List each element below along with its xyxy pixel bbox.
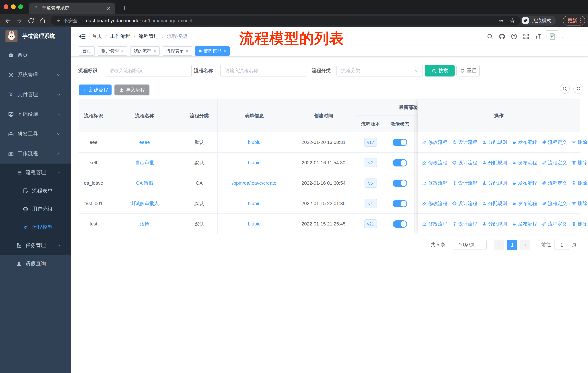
form-info-link[interactable]: /bpm/oa/leave/create: [218, 173, 291, 193]
process-name-link-text[interactable]: 测试多审批人: [130, 200, 159, 207]
prev-page-button[interactable]: [494, 240, 504, 250]
tags-view-tab[interactable]: 流程表单×: [163, 46, 192, 56]
process-name-link[interactable]: 自己审批: [108, 153, 181, 173]
operation-link[interactable]: 设计流程: [452, 139, 477, 146]
filter-key-input[interactable]: 请输入流程标识: [105, 65, 192, 77]
back-icon[interactable]: [4, 17, 11, 24]
process-name-link-text[interactable]: eeee: [139, 140, 150, 145]
operation-link[interactable]: 设计流程: [452, 180, 477, 186]
sidebar-item[interactable]: 系统管理: [0, 65, 71, 85]
tags-view-tab[interactable]: 租户管理×: [98, 46, 127, 56]
operation-link[interactable]: 删除: [572, 221, 587, 227]
tag-close-icon[interactable]: ×: [186, 49, 189, 53]
goto-page-input[interactable]: 1: [555, 240, 569, 250]
sidebar-item[interactable]: 首页: [0, 46, 71, 65]
sidebar-item[interactable]: 基础设施: [0, 105, 71, 124]
browser-tab[interactable]: 芋道管理系统: [29, 2, 115, 14]
collapse-sidebar-icon[interactable]: [79, 33, 86, 40]
avatar-caret-down-icon[interactable]: [561, 35, 565, 39]
font-size-icon[interactable]: [535, 33, 541, 40]
form-info-link-text[interactable]: biubiu: [248, 221, 261, 227]
toggle-search-button[interactable]: [560, 84, 570, 94]
operation-link[interactable]: 设计流程: [452, 200, 477, 207]
github-icon[interactable]: [499, 33, 505, 40]
import-process-button[interactable]: 导入流程: [115, 84, 149, 95]
operation-link[interactable]: 设计流程: [452, 221, 477, 227]
bookmark-star-icon[interactable]: [510, 18, 515, 23]
operation-link[interactable]: 修改流程: [422, 221, 447, 227]
current-page-button[interactable]: 1: [507, 240, 517, 250]
sidebar-item[interactable]: 支付管理: [0, 85, 71, 105]
macos-minimize-button[interactable]: [11, 4, 16, 9]
form-info-link[interactable]: biubiu: [218, 193, 291, 214]
home-icon[interactable]: [39, 17, 46, 24]
avatar[interactable]: [546, 30, 558, 42]
operation-link[interactable]: 分配规则: [482, 221, 507, 227]
operation-link[interactable]: 流程定义: [542, 180, 567, 186]
operation-link[interactable]: 修改流程: [422, 139, 447, 146]
reload-icon[interactable]: [27, 17, 35, 24]
process-name-link-text[interactable]: OA 请假: [136, 180, 153, 186]
help-icon[interactable]: [511, 33, 517, 40]
operation-link[interactable]: 删除: [572, 180, 587, 186]
operation-link[interactable]: 发布流程: [512, 221, 537, 227]
tag-close-icon[interactable]: ×: [223, 49, 226, 53]
operation-link[interactable]: 分配规则: [482, 200, 507, 207]
filter-name-input[interactable]: 请输入流程名称: [220, 65, 307, 77]
tags-view-tab[interactable]: 首页: [79, 46, 95, 56]
fullscreen-icon[interactable]: [523, 33, 529, 40]
active-toggle[interactable]: [393, 139, 407, 146]
form-info-link-text[interactable]: /bpm/oa/leave/create: [232, 180, 276, 186]
active-toggle[interactable]: [393, 179, 407, 187]
operation-link[interactable]: 删除: [572, 139, 587, 146]
form-info-link[interactable]: biubiu: [218, 214, 291, 234]
password-key-icon[interactable]: [498, 18, 504, 23]
sidebar-item[interactable]: 任务管理: [0, 236, 71, 255]
tag-close-icon[interactable]: ×: [121, 49, 124, 53]
form-info-link[interactable]: biubiu: [218, 132, 291, 153]
sidebar-item[interactable]: 流程管理: [0, 163, 71, 182]
sidebar-item[interactable]: 研发工具: [0, 124, 71, 144]
search-icon[interactable]: [487, 33, 493, 40]
form-info-link[interactable]: biubiu: [218, 153, 291, 173]
browser-update-button[interactable]: 更新: [563, 16, 585, 26]
operation-link[interactable]: 流程定义: [542, 159, 567, 166]
forward-icon[interactable]: [15, 17, 23, 24]
tag-close-icon[interactable]: ×: [153, 49, 156, 53]
tab-close-icon[interactable]: [106, 6, 111, 10]
sidebar-item[interactable]: 用户分组: [0, 200, 71, 218]
operation-link[interactable]: 删除: [572, 200, 587, 207]
macos-close-button[interactable]: [4, 4, 8, 9]
sidebar-item[interactable]: 流程表单: [0, 182, 71, 200]
operation-link[interactable]: 修改流程: [422, 159, 447, 166]
sidebar-logo[interactable]: 芋道管理系统: [0, 27, 71, 45]
security-label[interactable]: 不安全: [63, 17, 78, 24]
page-size-select[interactable]: 10条/页: [454, 240, 487, 250]
create-process-button[interactable]: 新建流程: [79, 84, 112, 95]
operation-link[interactable]: 设计流程: [452, 159, 477, 166]
tags-view-tab[interactable]: 我的流程×: [130, 46, 160, 56]
operation-link[interactable]: 删除: [572, 159, 587, 166]
process-name-link[interactable]: OA 请假: [108, 173, 181, 193]
process-name-link-text[interactable]: 滔博: [140, 221, 149, 227]
active-toggle[interactable]: [393, 200, 407, 207]
refresh-table-button[interactable]: [573, 84, 583, 94]
operation-link[interactable]: 发布流程: [512, 180, 537, 186]
active-toggle[interactable]: [393, 159, 407, 166]
form-info-link-text[interactable]: biubiu: [248, 140, 261, 145]
process-name-link[interactable]: 滔博: [108, 214, 181, 234]
operation-link[interactable]: 分配规则: [482, 139, 507, 146]
breadcrumb-item[interactable]: 流程管理: [138, 33, 159, 40]
address-bar[interactable]: 不安全 dashboard.yudao.iocoder.cn /bpm/mana…: [51, 16, 520, 26]
breadcrumb-item[interactable]: 工作流程: [110, 33, 130, 40]
operation-link[interactable]: 流程定义: [542, 200, 567, 207]
operation-link[interactable]: 分配规则: [482, 159, 507, 166]
tags-view-tab[interactable]: 流程模型×: [195, 46, 230, 56]
sidebar-item[interactable]: 工作流程: [0, 144, 71, 163]
sidebar-item[interactable]: 请假查询: [0, 255, 71, 273]
browser-menu-icon[interactable]: [580, 18, 581, 23]
new-tab-button[interactable]: +: [120, 3, 130, 13]
operation-link[interactable]: 发布流程: [512, 200, 537, 207]
sidebar-item[interactable]: 流程模型: [0, 218, 71, 236]
operation-link[interactable]: 修改流程: [422, 200, 447, 207]
